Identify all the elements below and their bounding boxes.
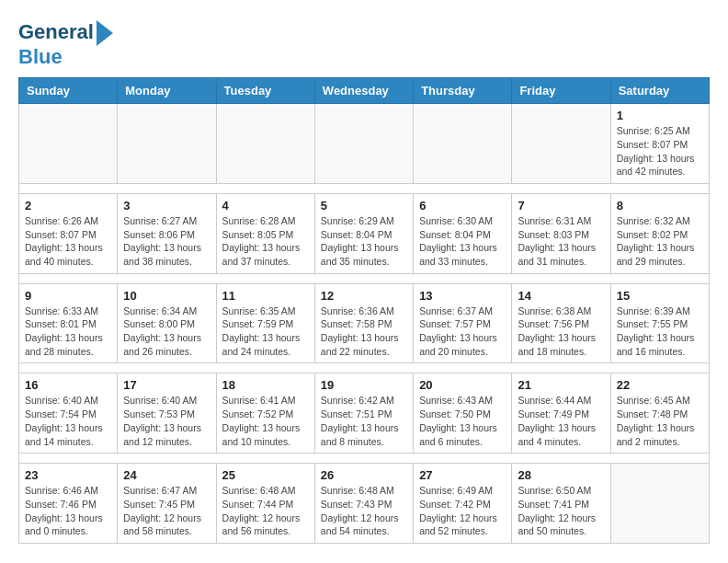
calendar-cell: 27Sunrise: 6:49 AM Sunset: 7:42 PM Dayli… bbox=[414, 464, 512, 544]
calendar-cell: 28Sunrise: 6:50 AM Sunset: 7:41 PM Dayli… bbox=[512, 464, 610, 544]
weekday-header-wednesday: Wednesday bbox=[314, 78, 413, 104]
day-info: Sunrise: 6:39 AM Sunset: 7:55 PM Dayligh… bbox=[617, 304, 703, 359]
week-spacer bbox=[19, 183, 710, 193]
calendar-cell bbox=[216, 104, 314, 184]
day-number: 10 bbox=[123, 289, 210, 303]
spacer-cell bbox=[19, 363, 710, 373]
calendar-week-1: 1Sunrise: 6:25 AM Sunset: 8:07 PM Daylig… bbox=[19, 104, 710, 184]
weekday-header-monday: Monday bbox=[118, 78, 216, 104]
calendar-cell: 19Sunrise: 6:42 AM Sunset: 7:51 PM Dayli… bbox=[314, 373, 413, 454]
week-spacer bbox=[19, 273, 710, 283]
calendar-week-4: 16Sunrise: 6:40 AM Sunset: 7:54 PM Dayli… bbox=[19, 373, 710, 454]
calendar-cell: 7Sunrise: 6:31 AM Sunset: 8:03 PM Daylig… bbox=[512, 193, 610, 273]
day-number: 8 bbox=[617, 199, 703, 213]
day-info: Sunrise: 6:36 AM Sunset: 7:58 PM Dayligh… bbox=[321, 304, 407, 359]
day-info: Sunrise: 6:32 AM Sunset: 8:02 PM Dayligh… bbox=[617, 214, 703, 269]
day-number: 12 bbox=[321, 289, 407, 303]
day-info: Sunrise: 6:48 AM Sunset: 7:44 PM Dayligh… bbox=[222, 484, 309, 538]
day-number: 16 bbox=[25, 378, 111, 392]
spacer-cell bbox=[19, 273, 710, 283]
calendar-cell bbox=[414, 104, 512, 184]
day-info: Sunrise: 6:26 AM Sunset: 8:07 PM Dayligh… bbox=[25, 214, 111, 269]
weekday-header-row: SundayMondayTuesdayWednesdayThursdayFrid… bbox=[19, 78, 710, 104]
day-info: Sunrise: 6:50 AM Sunset: 7:41 PM Dayligh… bbox=[518, 484, 604, 538]
weekday-header-tuesday: Tuesday bbox=[216, 78, 314, 104]
day-number: 27 bbox=[419, 468, 506, 482]
day-info: Sunrise: 6:48 AM Sunset: 7:43 PM Dayligh… bbox=[321, 484, 407, 538]
logo: General Blue bbox=[18, 18, 113, 68]
calendar-cell: 1Sunrise: 6:25 AM Sunset: 8:07 PM Daylig… bbox=[610, 104, 709, 184]
day-number: 23 bbox=[25, 468, 111, 482]
calendar-cell bbox=[118, 104, 216, 184]
day-info: Sunrise: 6:40 AM Sunset: 7:54 PM Dayligh… bbox=[25, 394, 111, 448]
calendar-cell: 16Sunrise: 6:40 AM Sunset: 7:54 PM Dayli… bbox=[19, 373, 118, 454]
calendar-cell: 25Sunrise: 6:48 AM Sunset: 7:44 PM Dayli… bbox=[216, 464, 314, 544]
logo-blue: Blue bbox=[18, 46, 63, 68]
day-info: Sunrise: 6:29 AM Sunset: 8:04 PM Dayligh… bbox=[321, 214, 407, 269]
calendar-cell: 23Sunrise: 6:46 AM Sunset: 7:46 PM Dayli… bbox=[19, 464, 118, 544]
calendar-cell: 3Sunrise: 6:27 AM Sunset: 8:06 PM Daylig… bbox=[118, 193, 216, 273]
weekday-header-sunday: Sunday bbox=[19, 78, 118, 104]
week-spacer bbox=[19, 454, 710, 464]
day-info: Sunrise: 6:43 AM Sunset: 7:50 PM Dayligh… bbox=[419, 394, 506, 448]
day-number: 28 bbox=[518, 468, 604, 482]
calendar-cell: 6Sunrise: 6:30 AM Sunset: 8:04 PM Daylig… bbox=[414, 193, 512, 273]
calendar-cell: 11Sunrise: 6:35 AM Sunset: 7:59 PM Dayli… bbox=[216, 283, 314, 363]
calendar-cell: 5Sunrise: 6:29 AM Sunset: 8:04 PM Daylig… bbox=[314, 193, 413, 273]
day-number: 2 bbox=[25, 199, 111, 213]
weekday-header-friday: Friday bbox=[512, 78, 610, 104]
day-number: 21 bbox=[518, 378, 604, 392]
day-number: 6 bbox=[419, 199, 506, 213]
calendar-cell: 4Sunrise: 6:28 AM Sunset: 8:05 PM Daylig… bbox=[216, 193, 314, 273]
day-info: Sunrise: 6:27 AM Sunset: 8:06 PM Dayligh… bbox=[123, 214, 210, 269]
calendar-cell: 10Sunrise: 6:34 AM Sunset: 8:00 PM Dayli… bbox=[118, 283, 216, 363]
calendar-cell: 9Sunrise: 6:33 AM Sunset: 8:01 PM Daylig… bbox=[19, 283, 118, 363]
day-number: 4 bbox=[222, 199, 309, 213]
calendar-cell: 14Sunrise: 6:38 AM Sunset: 7:56 PM Dayli… bbox=[512, 283, 610, 363]
day-info: Sunrise: 6:40 AM Sunset: 7:53 PM Dayligh… bbox=[123, 394, 210, 448]
day-number: 20 bbox=[419, 378, 506, 392]
calendar-cell: 13Sunrise: 6:37 AM Sunset: 7:57 PM Dayli… bbox=[414, 283, 512, 363]
calendar-cell: 20Sunrise: 6:43 AM Sunset: 7:50 PM Dayli… bbox=[414, 373, 512, 454]
day-number: 1 bbox=[617, 109, 703, 122]
day-info: Sunrise: 6:49 AM Sunset: 7:42 PM Dayligh… bbox=[419, 484, 506, 538]
day-info: Sunrise: 6:46 AM Sunset: 7:46 PM Dayligh… bbox=[25, 484, 111, 538]
calendar-cell: 8Sunrise: 6:32 AM Sunset: 8:02 PM Daylig… bbox=[610, 193, 709, 273]
day-number: 19 bbox=[321, 378, 407, 392]
day-info: Sunrise: 6:30 AM Sunset: 8:04 PM Dayligh… bbox=[419, 214, 506, 269]
calendar-cell: 17Sunrise: 6:40 AM Sunset: 7:53 PM Dayli… bbox=[118, 373, 216, 454]
day-info: Sunrise: 6:38 AM Sunset: 7:56 PM Dayligh… bbox=[518, 304, 604, 359]
day-info: Sunrise: 6:41 AM Sunset: 7:52 PM Dayligh… bbox=[222, 394, 309, 448]
logo-arrow-icon bbox=[97, 20, 113, 46]
spacer-cell bbox=[19, 454, 710, 464]
day-number: 26 bbox=[321, 468, 407, 482]
day-info: Sunrise: 6:47 AM Sunset: 7:45 PM Dayligh… bbox=[123, 484, 210, 538]
day-number: 15 bbox=[617, 289, 703, 303]
calendar-week-2: 2Sunrise: 6:26 AM Sunset: 8:07 PM Daylig… bbox=[19, 193, 710, 273]
weekday-header-saturday: Saturday bbox=[610, 78, 709, 104]
calendar-cell bbox=[512, 104, 610, 184]
calendar-week-5: 23Sunrise: 6:46 AM Sunset: 7:46 PM Dayli… bbox=[19, 464, 710, 544]
day-info: Sunrise: 6:35 AM Sunset: 7:59 PM Dayligh… bbox=[222, 304, 309, 359]
spacer-cell bbox=[19, 183, 710, 193]
weekday-header-thursday: Thursday bbox=[414, 78, 512, 104]
calendar-cell: 21Sunrise: 6:44 AM Sunset: 7:49 PM Dayli… bbox=[512, 373, 610, 454]
calendar-cell: 26Sunrise: 6:48 AM Sunset: 7:43 PM Dayli… bbox=[314, 464, 413, 544]
day-number: 22 bbox=[617, 378, 703, 392]
day-info: Sunrise: 6:34 AM Sunset: 8:00 PM Dayligh… bbox=[123, 304, 210, 359]
day-number: 18 bbox=[222, 378, 309, 392]
calendar-week-3: 9Sunrise: 6:33 AM Sunset: 8:01 PM Daylig… bbox=[19, 283, 710, 363]
day-info: Sunrise: 6:44 AM Sunset: 7:49 PM Dayligh… bbox=[518, 394, 604, 448]
day-info: Sunrise: 6:31 AM Sunset: 8:03 PM Dayligh… bbox=[518, 214, 604, 269]
day-number: 13 bbox=[419, 289, 506, 303]
calendar-cell bbox=[19, 104, 118, 184]
week-spacer bbox=[19, 363, 710, 373]
day-info: Sunrise: 6:25 AM Sunset: 8:07 PM Dayligh… bbox=[617, 124, 703, 178]
day-number: 25 bbox=[222, 468, 309, 482]
day-info: Sunrise: 6:28 AM Sunset: 8:05 PM Dayligh… bbox=[222, 214, 309, 269]
calendar-cell: 24Sunrise: 6:47 AM Sunset: 7:45 PM Dayli… bbox=[118, 464, 216, 544]
day-number: 17 bbox=[123, 378, 210, 392]
day-number: 14 bbox=[518, 289, 604, 303]
page-header: General Blue bbox=[18, 18, 710, 68]
calendar-cell: 12Sunrise: 6:36 AM Sunset: 7:58 PM Dayli… bbox=[314, 283, 413, 363]
